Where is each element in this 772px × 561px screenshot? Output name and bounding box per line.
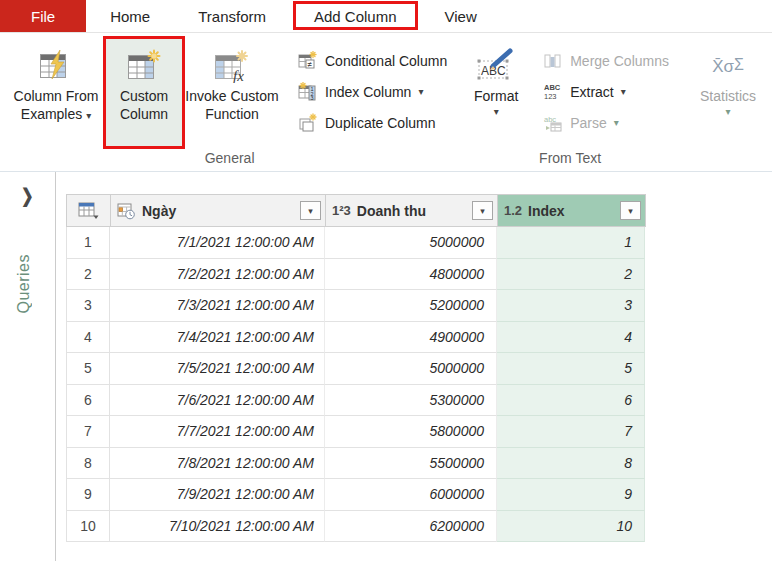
index-cell[interactable]: 2 bbox=[497, 259, 645, 291]
whole-number-type-icon: 1²3 bbox=[332, 203, 351, 218]
invoke-custom-function-button[interactable]: fx Invoke Custom Function bbox=[182, 39, 282, 147]
index-cell[interactable]: 10 bbox=[497, 511, 645, 543]
column-from-examples-button[interactable]: Column From Examples ▾ bbox=[6, 39, 106, 147]
row-number-cell[interactable]: 8 bbox=[66, 448, 110, 480]
duplicate-column-label: Duplicate Column bbox=[325, 115, 436, 131]
date-cell[interactable]: 7/7/2021 12:00:00 AM bbox=[110, 416, 325, 448]
editor-main: ❯ Queries bbox=[0, 172, 772, 561]
date-cell[interactable]: 7/3/2021 12:00:00 AM bbox=[110, 290, 325, 322]
column-header-ngay[interactable]: Ngày ▾ bbox=[111, 195, 326, 226]
extract-button[interactable]: ABC 123 Extract ▾ bbox=[535, 76, 677, 107]
group-label-general: General bbox=[0, 147, 459, 171]
tab-transform[interactable]: Transform bbox=[174, 0, 290, 32]
duplicate-column-icon bbox=[298, 114, 318, 132]
row-number-cell[interactable]: 9 bbox=[66, 479, 110, 511]
revenue-cell[interactable]: 5000000 bbox=[325, 353, 497, 385]
tab-file[interactable]: File bbox=[0, 0, 86, 32]
table-row: 27/2/2021 12:00:00 AM48000002 bbox=[66, 259, 646, 291]
revenue-cell[interactable]: 5000000 bbox=[325, 227, 497, 259]
extract-label: Extract bbox=[570, 84, 614, 100]
table-row: 87/8/2021 12:00:00 AM55000008 bbox=[66, 448, 646, 480]
revenue-cell[interactable]: 5300000 bbox=[325, 385, 497, 417]
group-label-from-text: From Text bbox=[459, 147, 681, 171]
data-preview-table: Ngày ▾ 1²3 Doanh thu ▾ 1.2 Index bbox=[66, 194, 646, 542]
row-number-cell[interactable]: 6 bbox=[66, 385, 110, 417]
column-header-doanh-thu[interactable]: 1²3 Doanh thu ▾ bbox=[326, 195, 498, 226]
row-number-cell[interactable]: 4 bbox=[66, 322, 110, 354]
filter-button-ngay[interactable]: ▾ bbox=[300, 201, 321, 220]
merge-columns-icon bbox=[543, 52, 563, 70]
duplicate-column-button[interactable]: Duplicate Column bbox=[290, 107, 455, 138]
revenue-cell[interactable]: 6200000 bbox=[325, 511, 497, 543]
date-cell[interactable]: 7/6/2021 12:00:00 AM bbox=[110, 385, 325, 417]
filter-button-index[interactable]: ▾ bbox=[620, 201, 641, 220]
index-cell[interactable]: 9 bbox=[497, 479, 645, 511]
date-cell[interactable]: 7/2/2021 12:00:00 AM bbox=[110, 259, 325, 291]
ribbon-group-general: Column From Examples ▾ bbox=[0, 33, 459, 171]
dropdown-caret-icon: ▾ bbox=[86, 110, 91, 121]
column-name: Doanh thu bbox=[357, 203, 426, 219]
row-number-cell[interactable]: 5 bbox=[66, 353, 110, 385]
date-cell[interactable]: 7/5/2021 12:00:00 AM bbox=[110, 353, 325, 385]
index-cell[interactable]: 7 bbox=[497, 416, 645, 448]
row-number-cell[interactable]: 1 bbox=[66, 227, 110, 259]
tab-add-column[interactable]: Add Column bbox=[290, 0, 421, 32]
statistics-label: Statistics bbox=[700, 88, 756, 106]
revenue-cell[interactable]: 5800000 bbox=[325, 416, 497, 448]
revenue-cell[interactable]: 4900000 bbox=[325, 322, 497, 354]
format-button[interactable]: ABC Format ▾ bbox=[465, 39, 527, 147]
expand-queries-pane-icon[interactable]: ❯ bbox=[21, 185, 34, 208]
index-cell[interactable]: 6 bbox=[497, 385, 645, 417]
ribbon-group-from-text: ABC Format ▾ bbox=[459, 33, 681, 171]
from-text-small-buttons: Merge Columns ABC 123 Extract ▾ bbox=[535, 39, 677, 138]
statistics-button[interactable]: X̄σ Σ Statistics ▾ bbox=[687, 39, 769, 147]
custom-column-button[interactable]: Custom Column bbox=[106, 39, 182, 147]
format-caret-icon: ▾ bbox=[494, 106, 499, 117]
table-body: 17/1/2021 12:00:00 AM5000000127/2/2021 1… bbox=[66, 227, 646, 542]
date-cell[interactable]: 7/4/2021 12:00:00 AM bbox=[110, 322, 325, 354]
index-column-button[interactable]: 1 2 3 Index Column ▾ bbox=[290, 76, 455, 107]
format-label: Format bbox=[474, 88, 518, 106]
index-cell[interactable]: 3 bbox=[497, 290, 645, 322]
row-number-cell[interactable]: 2 bbox=[66, 259, 110, 291]
invoke-custom-function-icon: fx bbox=[214, 44, 250, 88]
datetime-type-icon bbox=[117, 202, 136, 220]
decimal-type-icon: 1.2 bbox=[504, 203, 522, 218]
revenue-cell[interactable]: 5200000 bbox=[325, 290, 497, 322]
date-cell[interactable]: 7/1/2021 12:00:00 AM bbox=[110, 227, 325, 259]
filter-button-doanh-thu[interactable]: ▾ bbox=[472, 201, 493, 220]
format-icon: ABC bbox=[474, 44, 518, 88]
column-header-index[interactable]: 1.2 Index ▾ bbox=[498, 195, 646, 226]
table-row: 57/5/2021 12:00:00 AM50000005 bbox=[66, 353, 646, 385]
svg-text:fx: fx bbox=[233, 68, 244, 83]
ribbon-tab-bar: File Home Transform Add Column View bbox=[0, 0, 772, 33]
power-query-editor-window: File Home Transform Add Column View bbox=[0, 0, 772, 561]
date-cell[interactable]: 7/9/2021 12:00:00 AM bbox=[110, 479, 325, 511]
tab-view[interactable]: View bbox=[421, 0, 501, 32]
revenue-cell[interactable]: 4800000 bbox=[325, 259, 497, 291]
extract-caret-icon: ▾ bbox=[621, 86, 626, 97]
row-number-cell[interactable]: 7 bbox=[66, 416, 110, 448]
row-number-cell[interactable]: 3 bbox=[66, 290, 110, 322]
date-cell[interactable]: 7/8/2021 12:00:00 AM bbox=[110, 448, 325, 480]
statistics-caret-icon: ▾ bbox=[726, 106, 731, 117]
index-cell[interactable]: 4 bbox=[497, 322, 645, 354]
date-cell[interactable]: 7/10/2021 12:00:00 AM bbox=[110, 511, 325, 543]
invoke-custom-function-label: Invoke Custom Function bbox=[182, 88, 282, 123]
merge-columns-button[interactable]: Merge Columns bbox=[535, 45, 677, 76]
revenue-cell[interactable]: 6000000 bbox=[325, 479, 497, 511]
index-cell[interactable]: 1 bbox=[497, 227, 645, 259]
index-cell[interactable]: 5 bbox=[497, 353, 645, 385]
conditional-column-button[interactable]: ≠ Conditional Column bbox=[290, 45, 455, 76]
parse-button[interactable]: abc Parse ▾ bbox=[535, 107, 677, 138]
queries-pane-label[interactable]: Queries bbox=[15, 254, 33, 314]
custom-column-label: Custom Column bbox=[106, 88, 182, 123]
revenue-cell[interactable]: 5500000 bbox=[325, 448, 497, 480]
row-number-cell[interactable]: 10 bbox=[66, 511, 110, 543]
column-name: Ngày bbox=[142, 203, 176, 219]
tab-home[interactable]: Home bbox=[86, 0, 174, 32]
data-preview-area: Ngày ▾ 1²3 Doanh thu ▾ 1.2 Index bbox=[56, 172, 772, 561]
index-cell[interactable]: 8 bbox=[497, 448, 645, 480]
statistics-icon: X̄σ Σ bbox=[712, 44, 744, 88]
select-all-header[interactable] bbox=[67, 195, 111, 226]
